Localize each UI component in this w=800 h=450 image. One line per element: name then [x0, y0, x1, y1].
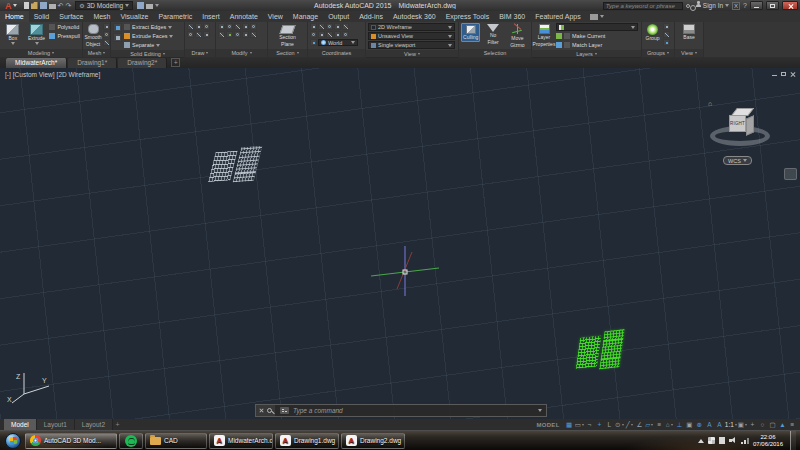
viewcube-side-face[interactable]: [746, 115, 754, 136]
panel-footer-view[interactable]: View: [366, 50, 458, 58]
taskbar-document-button[interactable]: A Drawing2.dwg: [341, 433, 405, 449]
layer-properties-tool[interactable]: Layer Properties: [534, 23, 554, 47]
match-layer-tool[interactable]: Match Layer: [556, 41, 638, 49]
new-file-icon[interactable]: [24, 2, 29, 9]
open-file-icon[interactable]: [31, 2, 38, 9]
action-center-icon[interactable]: [708, 437, 715, 444]
polysolid-tool[interactable]: Polysolid: [49, 23, 80, 31]
arc-tool-icon[interactable]: [187, 31, 194, 38]
status-toggle[interactable]: ○: [758, 420, 767, 430]
status-toggle[interactable]: ∠: [635, 420, 644, 430]
panel-footer-coordinates[interactable]: Coordinates: [308, 49, 365, 57]
gray-mesh-object[interactable]: [208, 146, 263, 184]
taskbar-folder-button[interactable]: CAD: [145, 433, 207, 449]
network-icon[interactable]: [741, 437, 749, 444]
ucs-dropdown[interactable]: World: [318, 39, 358, 46]
undo-icon[interactable]: ↶: [58, 2, 64, 9]
status-toggle[interactable]: ▣: [738, 420, 747, 430]
viewcube[interactable]: ⌂ RIGHT WCS: [706, 98, 778, 170]
viewcube-cube[interactable]: RIGHT: [729, 108, 757, 138]
show-desktop-button[interactable]: [790, 431, 796, 450]
status-toggle[interactable]: ¬: [585, 420, 594, 430]
section-plane-tool[interactable]: Section Plane: [277, 23, 299, 47]
mirror-tool-icon[interactable]: [242, 31, 249, 38]
fillet-tool-icon[interactable]: [250, 23, 257, 30]
subtract-icon[interactable]: [113, 33, 122, 42]
status-toggle[interactable]: ▲: [778, 420, 787, 430]
status-toggle[interactable]: ▣: [685, 420, 694, 430]
sign-in-button[interactable]: Sign In: [696, 2, 729, 9]
rotate-tool-icon[interactable]: [226, 23, 233, 30]
status-toggle[interactable]: ⊥: [675, 420, 684, 430]
status-toggle[interactable]: ▢: [768, 420, 777, 430]
ribbon-tab[interactable]: Surface: [54, 11, 88, 22]
mesh-tool-icon[interactable]: [103, 31, 110, 38]
ucs-named-icon[interactable]: [310, 39, 317, 46]
status-toggle[interactable]: ▭: [575, 420, 584, 430]
panel-footer-layers[interactable]: Layers: [532, 50, 641, 58]
search-icon[interactable]: [686, 4, 690, 8]
scale-tool-icon[interactable]: [226, 31, 233, 38]
application-menu-button[interactable]: A: [2, 0, 20, 11]
viewport-style-control[interactable]: [2D Wireframe]: [57, 71, 101, 78]
ucs-icon[interactable]: [310, 23, 317, 30]
plot-icon[interactable]: [49, 4, 56, 9]
status-toggle[interactable]: ⊕: [695, 420, 704, 430]
taskbar-document-button[interactable]: A MidwaterArch.dwg: [209, 433, 273, 449]
panel-footer-draw[interactable]: Draw: [185, 49, 215, 57]
line-tool-icon[interactable]: [187, 23, 194, 30]
status-toggle[interactable]: ≡: [655, 420, 664, 430]
mesh-tool-icon[interactable]: [103, 23, 110, 30]
wcs-dropdown[interactable]: WCS: [723, 156, 752, 165]
close-icon[interactable]: [259, 408, 264, 413]
qat-batch-plot-icon[interactable]: [146, 4, 153, 9]
ucs-world-icon[interactable]: [318, 23, 325, 30]
layout-tab[interactable]: Layout1: [37, 419, 75, 430]
smooth-object-tool[interactable]: Smooth Object: [85, 23, 101, 47]
ucs-x-icon[interactable]: [334, 31, 341, 38]
base-tool[interactable]: Base: [680, 23, 698, 41]
navigation-bar[interactable]: [784, 168, 797, 180]
volume-icon[interactable]: [729, 437, 737, 445]
qat-customize-icon[interactable]: [155, 4, 159, 7]
clock[interactable]: 22:06 07/06/2016: [753, 434, 783, 448]
command-input[interactable]: Type a command: [293, 407, 343, 414]
help-icon[interactable]: ?: [743, 2, 747, 9]
panel-footer-solid-editing[interactable]: Solid Editing: [111, 50, 184, 58]
ribbon-tab[interactable]: View: [263, 11, 288, 22]
circle-tool-icon[interactable]: [203, 23, 210, 30]
status-toggle[interactable]: ▦: [565, 420, 574, 430]
panel-footer-view-base[interactable]: View: [675, 49, 703, 57]
ribbon-display-chevron-icon[interactable]: [600, 15, 604, 18]
drawing-canvas[interactable]: [-] [Custom View] [2D Wireframe] ⌂ RIGHT…: [0, 68, 800, 419]
presspull-tool[interactable]: Presspull: [49, 32, 80, 40]
offset-tool-icon[interactable]: [250, 31, 257, 38]
make-current-tool[interactable]: Make Current: [556, 32, 638, 40]
layer-dropdown[interactable]: [556, 23, 638, 31]
ucs-z-axis-icon[interactable]: [334, 23, 341, 30]
doc-restore-button[interactable]: [781, 72, 786, 76]
panel-footer-selection[interactable]: Selection: [459, 49, 531, 57]
ribbon-tab[interactable]: Output: [323, 11, 354, 22]
ucs-y-icon[interactable]: [342, 31, 349, 38]
model-space-label[interactable]: MODEL: [536, 422, 559, 428]
doc-close-button[interactable]: [790, 71, 796, 77]
close-button[interactable]: [782, 1, 798, 10]
save-icon[interactable]: [40, 2, 47, 9]
file-tab[interactable]: Drawing2*: [118, 58, 167, 68]
viewport-minus-control[interactable]: [-]: [5, 71, 11, 78]
separate-tool[interactable]: Separate: [124, 41, 173, 49]
mesh-tool-icon[interactable]: [103, 39, 110, 46]
ribbon-tab[interactable]: Autodesk 360: [388, 11, 441, 22]
visual-style-dropdown[interactable]: 2D Wireframe: [368, 23, 455, 31]
ribbon-tab[interactable]: Mesh: [88, 11, 115, 22]
no-filter-dropdown[interactable]: No Filter: [482, 23, 503, 45]
file-tab[interactable]: MidwaterArch*: [6, 58, 67, 68]
minimize-button[interactable]: [750, 1, 763, 10]
union-icon[interactable]: [113, 23, 122, 32]
extract-edges-tool[interactable]: Extract Edges: [124, 23, 173, 31]
ribbon-tab[interactable]: Express Tools: [441, 11, 494, 22]
ucs-view-icon[interactable]: [310, 31, 317, 38]
ribbon-tab[interactable]: Insert: [197, 11, 225, 22]
status-toggle[interactable]: ⊙: [615, 420, 624, 430]
